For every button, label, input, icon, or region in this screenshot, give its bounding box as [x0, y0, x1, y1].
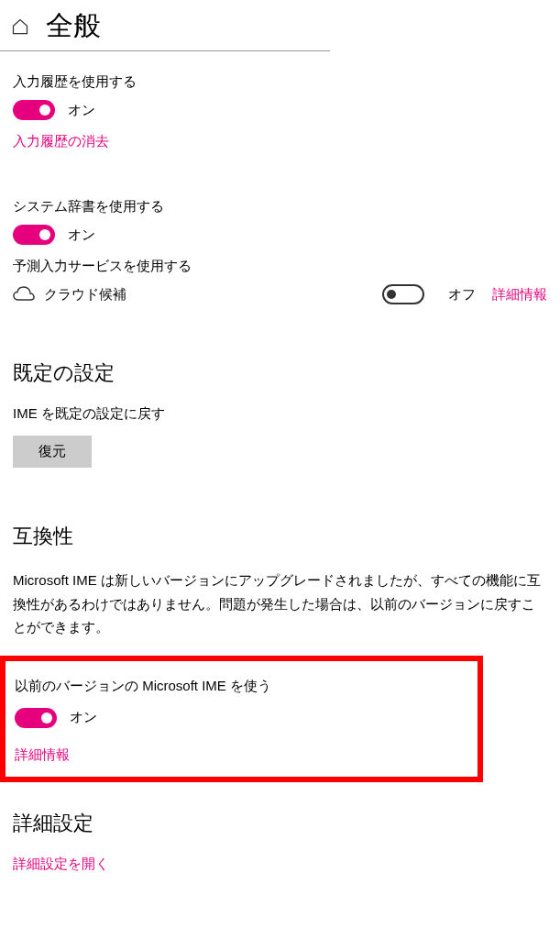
defaults-heading: 既定の設定: [13, 359, 547, 387]
input-history-toggle-row: オン: [13, 100, 547, 120]
restore-button[interactable]: 復元: [13, 436, 92, 468]
clear-input-history-link[interactable]: 入力履歴の消去: [13, 133, 109, 150]
compat-detail-link[interactable]: 詳細情報: [15, 746, 70, 764]
home-icon[interactable]: [11, 17, 29, 36]
cloud-candidate-state: オフ: [448, 286, 476, 304]
system-dict-state: オン: [68, 226, 95, 244]
compat-toggle-label: 以前のバージョンの Microsoft IME を使う: [15, 678, 468, 695]
open-advanced-link[interactable]: 詳細設定を開く: [13, 856, 109, 873]
compat-highlighted-box: 以前のバージョンの Microsoft IME を使う オン 詳細情報: [0, 656, 483, 782]
compat-heading: 互換性: [13, 523, 547, 550]
cloud-candidate-label: クラウド候補: [44, 286, 126, 304]
compat-toggle-row: オン: [15, 708, 468, 728]
compat-description: Microsoft IME は新しいバージョンにアップグレードされましたが、すべ…: [13, 569, 547, 639]
cloud-candidate-row: クラウド候補 オフ 詳細情報: [13, 284, 547, 304]
system-dict-toggle[interactable]: [13, 225, 55, 245]
cloud-detail-link[interactable]: 詳細情報: [492, 286, 547, 304]
page-title: 全般: [46, 7, 101, 45]
system-dict-label: システム辞書を使用する: [13, 198, 547, 215]
content-area: 入力履歴を使用する オン 入力履歴の消去 システム辞書を使用する オン 予測入力…: [0, 51, 560, 873]
input-history-label: 入力履歴を使用する: [13, 73, 547, 91]
page-header: 全般: [0, 0, 330, 51]
input-history-state: オン: [68, 102, 95, 119]
advanced-heading: 詳細設定: [13, 810, 547, 837]
input-history-toggle[interactable]: [13, 100, 55, 120]
predictive-label: 予測入力サービスを使用する: [13, 258, 547, 275]
cloud-icon: [13, 286, 35, 303]
defaults-subtext: IME を既定の設定に戻す: [13, 405, 547, 423]
compat-toggle-state: オン: [70, 709, 97, 726]
compat-toggle[interactable]: [15, 708, 57, 728]
cloud-candidate-toggle[interactable]: [382, 284, 424, 304]
system-dict-toggle-row: オン: [13, 225, 547, 245]
